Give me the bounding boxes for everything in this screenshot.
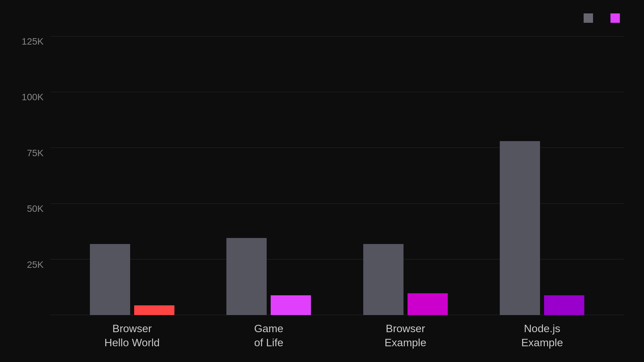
bars-row: [50, 36, 624, 315]
chart-container: 125K100K75K50K25K BrowserHello WorldGame…: [0, 0, 644, 362]
x-axis-label: BrowserHello World: [99, 322, 166, 355]
y-axis-label: 50K: [27, 203, 44, 214]
x-labels: BrowserHello WorldGameof LifeBrowserExam…: [50, 315, 624, 355]
y-axis-label: 125K: [22, 36, 44, 47]
bar-v1820: [226, 238, 267, 315]
x-axis-label: BrowserExample: [372, 322, 439, 355]
bar-v1820: [90, 244, 130, 315]
chart-inner: BrowserHello WorldGameof LifeBrowserExam…: [50, 36, 624, 355]
x-axis-label: Node.jsExample: [508, 322, 576, 355]
bar-group: [226, 238, 311, 315]
legend-swatch-v1820: [584, 13, 593, 23]
bar-v190: [544, 295, 584, 315]
legend-swatch-v190: [610, 13, 620, 23]
legend-item-v190: [610, 13, 624, 23]
y-axis-label: 25K: [27, 259, 44, 270]
chart-area: 125K100K75K50K25K BrowserHello WorldGame…: [20, 36, 624, 355]
y-axis: 125K100K75K50K25K: [20, 36, 50, 355]
bars: [363, 244, 448, 315]
bar-v190: [271, 295, 311, 315]
bar-group: [363, 244, 448, 315]
bars: [90, 244, 174, 315]
legend-item-v1820: [584, 13, 597, 23]
bar-v1820: [363, 244, 404, 315]
chart-header: [20, 13, 624, 23]
y-axis-label: 75K: [27, 148, 44, 159]
bar-v190: [408, 293, 448, 315]
bars: [500, 141, 584, 315]
grid-and-bars: [50, 36, 624, 315]
chart-legend: [584, 13, 624, 23]
y-axis-label: 100K: [22, 92, 44, 103]
bar-group: [500, 141, 584, 315]
bar-v190: [134, 305, 174, 315]
bar-v1820: [500, 141, 540, 315]
bars: [226, 238, 311, 315]
bar-group: [90, 244, 174, 315]
x-axis-label: Gameof Life: [235, 322, 302, 355]
